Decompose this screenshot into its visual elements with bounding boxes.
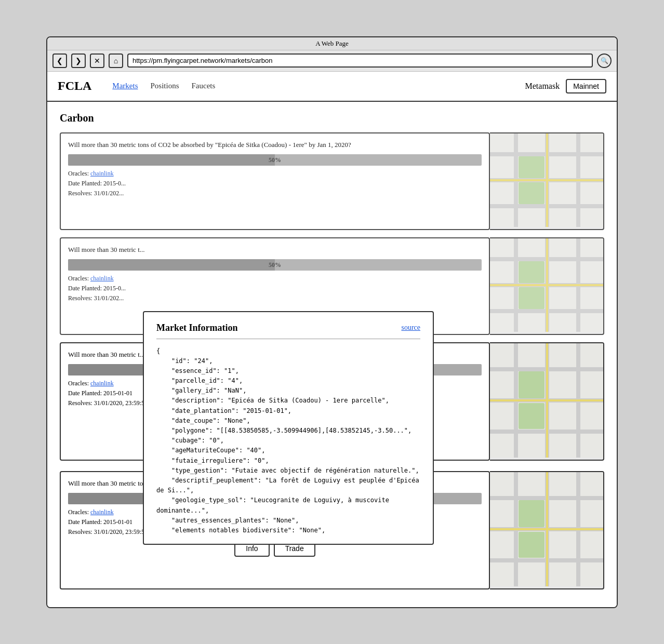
carbon-page-title: Carbon [60, 112, 604, 124]
map-4 [490, 471, 604, 589]
market-card-1: Will more than 30 metric tons of CO2 be … [60, 132, 490, 230]
forward-button[interactable]: ❯ [71, 53, 86, 68]
home-button[interactable]: ⌂ [109, 53, 123, 68]
chainlink-link-2[interactable]: chainlink [90, 275, 114, 282]
progress-bar-2: 50% [68, 259, 482, 271]
svg-rect-42 [519, 500, 545, 527]
back-button[interactable]: ❮ [52, 53, 67, 68]
date-planted-2: Date Planted: 2015-0... [68, 285, 482, 292]
modal-source-link[interactable]: source [401, 324, 420, 332]
modal-box: Market Information source { "id": "24", … [143, 311, 434, 545]
market-card-row-1: Will more than 30 metric tons of CO2 be … [60, 132, 604, 230]
nav-right: Metamask Mainnet [525, 79, 606, 93]
progress-label-1: 50% [269, 156, 281, 164]
nav-positions[interactable]: Positions [151, 82, 179, 90]
svg-rect-10 [519, 182, 545, 204]
map-svg-1 [490, 133, 604, 227]
oracles-1: Oracles: chainlink [68, 170, 482, 178]
progress-fill-2 [68, 259, 275, 271]
browser-toolbar: ❮ ❯ ✕ ⌂ 🔍 [47, 50, 617, 72]
market-question-1: Will more than 30 metric tons of CO2 be … [68, 141, 482, 149]
metamask-label: Metamask [525, 82, 560, 91]
market-question-2: Will more than 30 metric t... [68, 246, 482, 254]
resolves-2: Resolves: 31/01/202... [68, 294, 482, 302]
map-1 [490, 132, 604, 230]
chainlink-link-1[interactable]: chainlink [90, 170, 114, 177]
svg-rect-20 [519, 261, 545, 283]
page-title-bar: A Web Page [315, 39, 349, 47]
card-map-pair-1: Will more than 30 metric tons of CO2 be … [60, 132, 604, 230]
progress-label-2: 50% [269, 261, 281, 269]
modal-divider [156, 339, 420, 339]
back-icon: ❮ [57, 57, 63, 65]
svg-rect-21 [519, 287, 545, 309]
progress-bar-1: 50% [68, 154, 482, 166]
forward-icon: ❯ [75, 57, 82, 65]
browser-window: A Web Page ❮ ❯ ✕ ⌂ 🔍 FCLA Markets Positi… [46, 36, 618, 608]
svg-rect-9 [519, 156, 545, 178]
nav-links: Markets Positions Faucets [112, 82, 525, 90]
close-icon: ✕ [94, 57, 100, 65]
app-logo: FCLA [58, 79, 91, 93]
chainlink-link-4[interactable]: chainlink [90, 508, 114, 516]
progress-fill-1 [68, 154, 275, 166]
modal-header: Market Information source [156, 323, 420, 333]
modal-title: Market Information [156, 323, 237, 333]
oracles-2: Oracles: chainlink [68, 275, 482, 283]
nav-markets[interactable]: Markets [112, 82, 138, 90]
modal-body: { "id": "24", "essence_id": "1", "parcel… [156, 346, 420, 533]
resolves-1: Resolves: 31/01/202... [68, 190, 482, 197]
app-navbar: FCLA Markets Positions Faucets Metamask … [47, 72, 617, 102]
date-planted-1: Date Planted: 2015-0... [68, 180, 482, 187]
search-button[interactable]: 🔍 [597, 53, 612, 68]
address-bar[interactable] [127, 53, 593, 68]
browser-titlebar: A Web Page [47, 37, 617, 50]
browser-content: FCLA Markets Positions Faucets Metamask … [47, 72, 617, 607]
page-content: Carbon Will more than 30 metric tons of … [47, 102, 617, 607]
svg-rect-43 [519, 532, 545, 558]
home-icon: ⌂ [114, 57, 118, 65]
modal-overlay: Market Information source { "id": "24", … [143, 311, 604, 461]
chainlink-link-3[interactable]: chainlink [90, 380, 114, 387]
nav-faucets[interactable]: Faucets [192, 82, 216, 90]
search-icon: 🔍 [601, 57, 608, 64]
market-card-row-3: Will more than 30 metric t... 50% Oracle… [60, 342, 604, 461]
close-button[interactable]: ✕ [90, 53, 104, 68]
mainnet-button[interactable]: Mainnet [566, 79, 606, 93]
map-svg-4 [490, 472, 604, 586]
